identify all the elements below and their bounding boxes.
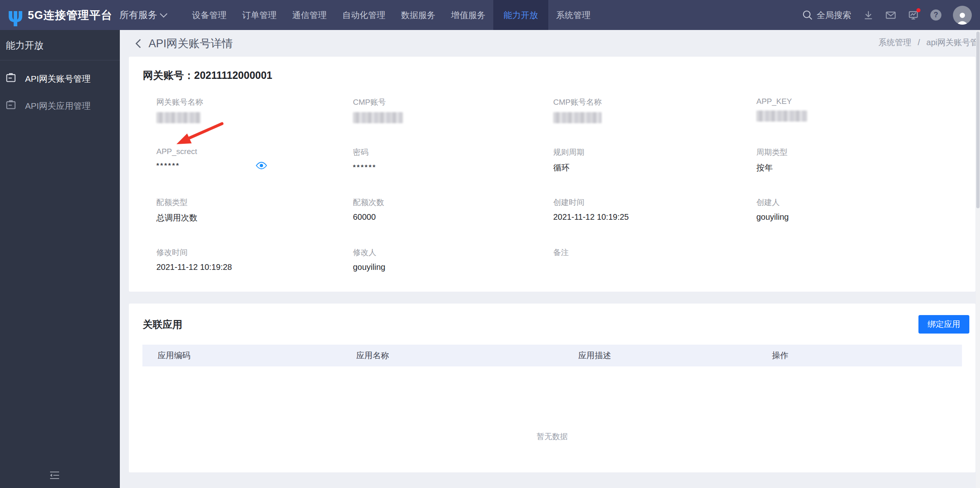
download-icon[interactable]: [863, 9, 874, 21]
field-label: 修改时间: [156, 247, 353, 258]
redacted-value: [353, 112, 403, 123]
detail-fields-grid: 网关账号名称CMP账号CMP账号名称APP_KEYAPP_screct*****…: [156, 97, 975, 272]
nav-item-6[interactable]: 增值服务: [443, 0, 493, 30]
detail-field-6: 规则周期循环: [553, 147, 756, 172]
detail-field-10: 创建时间2021-11-12 10:19:25: [553, 197, 756, 222]
field-label: 周期类型: [756, 147, 975, 158]
search-icon: [802, 9, 813, 21]
field-value: ******: [353, 162, 553, 173]
field-value-text: 循环: [553, 163, 570, 172]
field-label: 网关账号名称: [156, 97, 353, 108]
field-label: CMP账号: [353, 97, 553, 108]
global-search[interactable]: 全局搜索: [802, 9, 851, 21]
toggle-secret-visibility-icon[interactable]: [256, 161, 267, 172]
field-label: 创建人: [756, 197, 975, 208]
field-value: 循环: [553, 162, 756, 173]
detail-field-13: 修改人gouyiling: [353, 247, 553, 272]
sidebar-collapse-icon[interactable]: [49, 471, 60, 481]
nav-item-5[interactable]: 数据服务: [393, 0, 443, 30]
field-value: ******: [156, 161, 353, 172]
nav-item-label: 数据服务: [401, 9, 435, 21]
global-search-label: 全局搜索: [817, 9, 851, 21]
field-value: gouyiling: [756, 212, 975, 223]
field-value-text: 总调用次数: [156, 213, 197, 222]
field-value-text: gouyiling: [353, 262, 385, 272]
nav-item-label: 能力开放: [504, 9, 538, 21]
nav-item-label: 所有服务: [119, 9, 157, 21]
field-value: 60000: [353, 212, 553, 223]
field-value: 2021-11-12 10:19:28: [156, 262, 353, 274]
field-value-text: ******: [156, 162, 180, 170]
field-label: 配额次数: [353, 197, 553, 208]
main-content: API网关账号详情 系统管理 / api网关账号管理 网关账号：20211112…: [120, 30, 980, 488]
detail-field-0: 网关账号名称: [156, 97, 353, 122]
detail-field-11: 创建人gouyiling: [756, 197, 975, 222]
field-value: [156, 112, 353, 123]
field-value: [756, 110, 975, 122]
apps-column-header-1: 应用名称: [356, 350, 578, 361]
page-scrollbar: [976, 30, 980, 488]
avatar[interactable]: [953, 6, 972, 25]
nav-item-label: 订单管理: [242, 9, 277, 21]
detail-field-7: 周期类型按年: [756, 147, 975, 172]
detail-field-8: 配额类型总调用次数: [156, 197, 353, 222]
sidebar-item-1[interactable]: API网关应用管理: [0, 92, 120, 120]
navbar-right-tools: 全局搜索 ?: [802, 6, 980, 25]
chevron-down-icon: [160, 10, 167, 17]
gateway-account-title: 网关账号：20211112000001: [129, 57, 975, 82]
field-label: APP_screct: [156, 147, 353, 156]
apps-column-header-2: 应用描述: [578, 350, 772, 361]
nav-item-2[interactable]: 订单管理: [234, 0, 284, 30]
nav-item-0[interactable]: 所有服务: [112, 0, 175, 30]
sidebar: 能力开放 API网关账号管理API网关应用管理: [0, 30, 120, 488]
breadcrumb: 系统管理 / api网关账号管理: [879, 37, 980, 48]
field-value: [353, 112, 553, 123]
field-label: APP_KEY: [756, 97, 975, 106]
related-apps-card: 关联应用 绑定应用 应用编码应用名称应用描述操作 暂无数据: [129, 304, 975, 472]
detail-field-12: 修改时间2021-11-12 10:19:28: [156, 247, 353, 272]
nav-item-7[interactable]: 能力开放: [493, 0, 548, 30]
nav-item-1[interactable]: 设备管理: [184, 0, 234, 30]
redacted-value: [756, 110, 807, 122]
top-navbar: ψ 5G连接管理平台 所有服务设备管理订单管理通信管理自动化管理数据服务增值服务…: [0, 0, 980, 30]
detail-field-1: CMP账号: [353, 97, 553, 122]
field-value-text: ******: [353, 163, 377, 171]
help-icon[interactable]: ?: [930, 9, 941, 21]
clipboard-icon: [5, 99, 16, 113]
logo-icon: ψ: [7, 5, 24, 25]
detail-field-2: CMP账号名称: [553, 97, 756, 122]
nav-item-3[interactable]: 通信管理: [284, 0, 334, 30]
related-apps-title: 关联应用: [143, 318, 182, 331]
field-value-text: gouyiling: [756, 212, 789, 221]
sidebar-item-0[interactable]: API网关账号管理: [0, 65, 120, 92]
mail-icon[interactable]: [885, 9, 896, 21]
breadcrumb-separator: /: [918, 38, 920, 47]
field-label: 备注: [553, 247, 756, 258]
breadcrumb-page[interactable]: api网关账号管理: [926, 38, 980, 47]
field-label: 配额类型: [156, 197, 353, 208]
clipboard-icon: [5, 72, 16, 85]
field-value-text: 2021-11-12 10:19:28: [156, 262, 232, 272]
back-icon[interactable]: [135, 39, 143, 48]
app-logo: ψ 5G连接管理平台: [0, 5, 112, 25]
page-header: API网关账号详情 系统管理 / api网关账号管理: [120, 30, 980, 57]
detail-field-3: APP_KEY: [756, 97, 975, 122]
breadcrumb-section[interactable]: 系统管理: [879, 38, 911, 47]
field-value-text: 2021-11-12 10:19:25: [553, 212, 629, 221]
gateway-account-detail-card: 网关账号：20211112000001 网关账号名称CMP账号CMP账号名称AP…: [129, 57, 975, 292]
detail-field-14: 备注: [553, 247, 756, 272]
redacted-value: [156, 112, 201, 123]
empty-state-text: 暂无数据: [129, 431, 975, 442]
bind-app-button[interactable]: 绑定应用: [918, 315, 969, 334]
monitor-chart-icon[interactable]: [908, 9, 919, 21]
nav-item-label: 设备管理: [192, 9, 227, 21]
field-value: gouyiling: [353, 262, 553, 274]
nav-item-4[interactable]: 自动化管理: [334, 0, 393, 30]
nav-item-8[interactable]: 系统管理: [548, 0, 598, 30]
page-title: API网关账号详情: [149, 36, 233, 51]
scrollbar-thumb[interactable]: [976, 32, 980, 208]
field-value: 按年: [756, 162, 975, 173]
field-label: CMP账号名称: [553, 97, 756, 108]
notification-dot: [916, 8, 920, 12]
detail-field-4: APP_screct******: [156, 147, 353, 172]
